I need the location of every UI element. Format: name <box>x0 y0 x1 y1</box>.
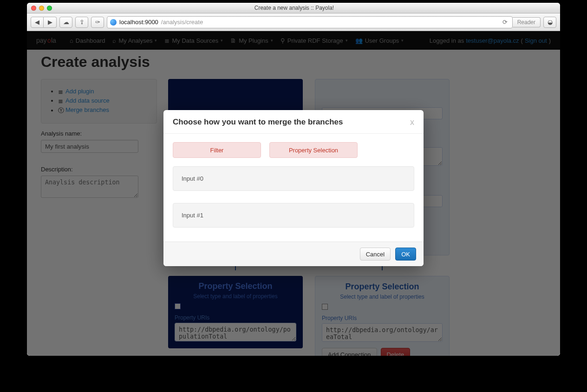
merge-option-filter[interactable]: Filter <box>173 142 261 158</box>
icloud-button[interactable]: ☁︎ <box>59 17 72 28</box>
close-window-icon[interactable] <box>31 6 36 11</box>
site-globe-icon <box>110 19 117 26</box>
merge-branches-modal: Choose how you want to merge the branche… <box>163 110 424 266</box>
reload-icon[interactable]: ⟳ <box>501 18 509 26</box>
cancel-button[interactable]: Cancel <box>360 248 391 261</box>
ok-button[interactable]: OK <box>395 248 416 261</box>
merge-input-0[interactable]: Input #0 <box>173 166 414 191</box>
share-button[interactable]: ⇪ <box>75 17 88 28</box>
downloads-button[interactable]: ◒ <box>543 17 556 28</box>
minimize-window-icon[interactable] <box>39 6 44 11</box>
bookmarks-button[interactable]: ✑ <box>91 17 104 28</box>
window-title: Create a new analysis :: Payola! <box>56 5 532 11</box>
url-host: localhost:9000 <box>119 19 158 26</box>
page-content: payola ⌂Dashboard ⌕My Analyses▾ ≣My Data… <box>27 31 560 356</box>
zoom-window-icon[interactable] <box>47 6 52 11</box>
browser-window: Create a new analysis :: Payola! ◀ ▶ ☁︎ … <box>27 3 560 356</box>
merge-input-1[interactable]: Input #1 <box>173 203 414 228</box>
traffic-lights <box>27 6 56 11</box>
window-titlebar: Create a new analysis :: Payola! <box>27 3 560 13</box>
modal-title: Choose how you want to merge the branche… <box>173 118 343 127</box>
browser-toolbar: ◀ ▶ ☁︎ ⇪ ✑ localhost:9000/analysis/creat… <box>27 13 560 31</box>
reader-button[interactable]: Reader <box>513 17 541 27</box>
url-path: /analysis/create <box>161 19 203 26</box>
back-button[interactable]: ◀ <box>31 17 44 28</box>
forward-button[interactable]: ▶ <box>44 17 57 28</box>
merge-option-property-selection[interactable]: Property Selection <box>269 142 358 158</box>
close-icon[interactable]: x <box>410 118 414 126</box>
address-bar[interactable]: localhost:9000/analysis/create ⟳ <box>107 16 513 28</box>
